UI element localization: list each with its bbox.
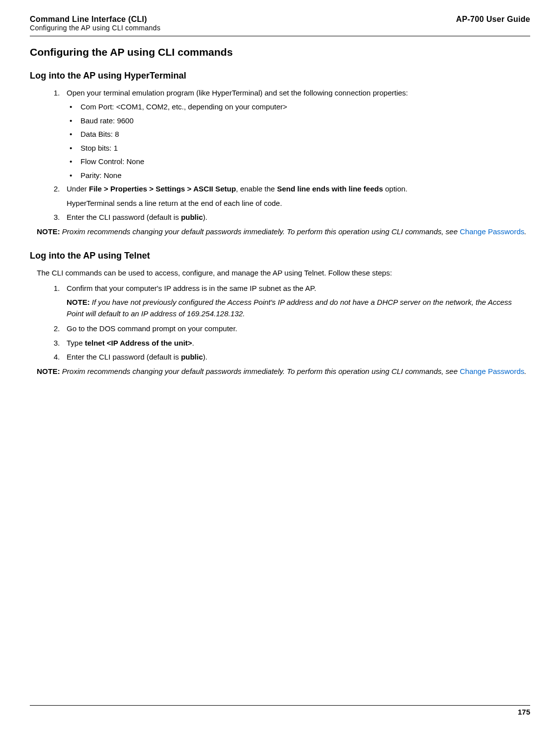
text: Enter the CLI password (default is	[67, 213, 181, 221]
bullet-text: Parity: None	[80, 170, 122, 182]
bullet-item: • Data Bits: 8	[70, 129, 530, 140]
note-text: .	[524, 367, 526, 375]
bold-text: public	[181, 353, 203, 361]
list-text: Enter the CLI password (default is publi…	[67, 352, 207, 363]
header-chapter-title: Command Line Interface (CLI)	[30, 15, 160, 24]
text: Type	[67, 339, 85, 347]
list-item-4: 4. Enter the CLI password (default is pu…	[54, 352, 530, 363]
text: option.	[383, 184, 407, 193]
text: , enable the	[236, 184, 277, 193]
note-block: NOTE: Proxim recommends changing your de…	[37, 366, 530, 377]
bold-text: File > Properties > Settings > ASCII Set…	[89, 184, 236, 193]
bullet-icon: •	[70, 170, 80, 182]
link-change-passwords[interactable]: Change Passwords	[460, 367, 524, 375]
bullet-text: Baud rate: 9600	[80, 115, 134, 127]
bullet-item: • Flow Control: None	[70, 156, 530, 168]
note-label: NOTE:	[37, 227, 60, 236]
header-guide-title: AP-700 User Guide	[456, 15, 530, 24]
list-item-2: 2. Go to the DOS command prompt on your …	[54, 323, 530, 335]
heading-1: Configuring the AP using CLI commands	[30, 44, 530, 60]
bullet-icon: •	[70, 101, 80, 113]
bold-text: Send line ends with line feeds	[277, 184, 383, 193]
list-number: 3.	[54, 212, 67, 223]
bullet-text: Com Port: <COM1, COM2, etc., depending o…	[80, 101, 287, 113]
note-text: .	[524, 227, 526, 236]
bold-text: public	[181, 213, 203, 221]
list-item-1: 1. Confirm that your computer's IP addre…	[54, 283, 530, 294]
note-text: Proxim recommends changing your default …	[60, 227, 460, 236]
page-footer: 175	[30, 705, 530, 716]
bullet-icon: •	[70, 129, 80, 140]
bullet-icon: •	[70, 143, 80, 154]
page-number: 175	[518, 708, 530, 716]
note-text: If you have not previously configured th…	[67, 298, 512, 318]
bullet-text: Data Bits: 8	[80, 129, 119, 140]
note-label: NOTE:	[37, 367, 60, 375]
list-number: 2.	[54, 323, 67, 335]
list-number: 1.	[54, 88, 67, 99]
page-header: Command Line Interface (CLI) Configuring…	[30, 15, 530, 36]
note-block: NOTE: Proxim recommends changing your de…	[37, 226, 530, 238]
list-number: 3.	[54, 338, 67, 349]
text: Enter the CLI password (default is	[67, 353, 181, 361]
list-text: Open your terminal emulation program (li…	[67, 88, 408, 99]
bullet-icon: •	[70, 156, 80, 168]
list-text: Under File > Properties > Settings > ASC…	[67, 183, 407, 195]
list-item-1: 1. Open your terminal emulation program …	[54, 88, 530, 99]
text: ).	[203, 213, 207, 221]
list-text: Enter the CLI password (default is publi…	[67, 212, 207, 223]
bullet-item: • Baud rate: 9600	[70, 115, 530, 127]
text: Under	[67, 184, 89, 193]
bold-text: telnet <IP Address of the unit>	[85, 339, 192, 347]
list-number: 4.	[54, 352, 67, 363]
header-section-title: Configuring the AP using CLI commands	[30, 24, 160, 32]
inline-note: NOTE: If you have not previously configu…	[67, 297, 530, 319]
text: ).	[203, 353, 207, 361]
list-item-2: 2. Under File > Properties > Settings > …	[54, 183, 530, 195]
list-item-3: 3. Type telnet <IP Address of the unit>.	[54, 338, 530, 349]
bullet-icon: •	[70, 115, 80, 127]
note-label: NOTE:	[67, 298, 90, 306]
bullet-text: Flow Control: None	[80, 156, 144, 168]
list-item-3: 3. Enter the CLI password (default is pu…	[54, 212, 530, 223]
heading-telnet: Log into the AP using Telnet	[30, 249, 530, 263]
list-text: Type telnet <IP Address of the unit>.	[67, 338, 194, 349]
list-text: Go to the DOS command prompt on your com…	[67, 323, 238, 335]
intro-paragraph: The CLI commands can be used to access, …	[37, 268, 530, 279]
link-change-passwords[interactable]: Change Passwords	[460, 227, 524, 236]
note-text: Proxim recommends changing your default …	[60, 367, 460, 375]
page-content: Configuring the AP using CLI commands Lo…	[30, 44, 530, 377]
header-left: Command Line Interface (CLI) Configuring…	[30, 15, 160, 32]
bullet-text: Stop bits: 1	[80, 143, 118, 154]
heading-hyperterminal: Log into the AP using HyperTerminal	[30, 69, 530, 83]
text: .	[192, 339, 194, 347]
bullet-item: • Com Port: <COM1, COM2, etc., depending…	[70, 101, 530, 113]
list-text: Confirm that your computer's IP address …	[67, 283, 316, 294]
bullet-item: • Parity: None	[70, 170, 530, 182]
list-number: 1.	[54, 283, 67, 294]
list-number: 2.	[54, 183, 67, 195]
bullet-item: • Stop bits: 1	[70, 143, 530, 154]
list-continuation: HyperTerminal sends a line return at the…	[67, 198, 530, 209]
